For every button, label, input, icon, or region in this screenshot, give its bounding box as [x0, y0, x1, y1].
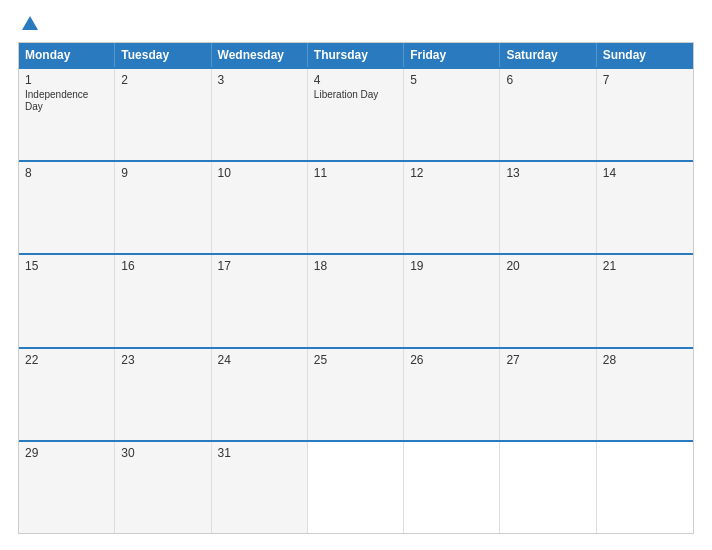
cell-date: 30 — [121, 446, 204, 460]
cell-date: 14 — [603, 166, 687, 180]
cell-date: 13 — [506, 166, 589, 180]
cell-date: 12 — [410, 166, 493, 180]
calendar-header-cell: Wednesday — [212, 43, 308, 67]
calendar-cell: 7 — [597, 69, 693, 160]
calendar-cell: 30 — [115, 442, 211, 533]
logo-triangle-icon — [22, 16, 38, 30]
calendar-cell: 16 — [115, 255, 211, 346]
calendar-cell: 12 — [404, 162, 500, 253]
calendar-cell — [500, 442, 596, 533]
calendar-cell: 31 — [212, 442, 308, 533]
calendar-cell: 29 — [19, 442, 115, 533]
cell-date: 16 — [121, 259, 204, 273]
calendar-cell: 24 — [212, 349, 308, 440]
calendar-header-cell: Tuesday — [115, 43, 211, 67]
cell-date: 21 — [603, 259, 687, 273]
cell-date: 3 — [218, 73, 301, 87]
calendar-cell: 18 — [308, 255, 404, 346]
cell-date: 15 — [25, 259, 108, 273]
calendar-page: MondayTuesdayWednesdayThursdayFridaySatu… — [0, 0, 712, 550]
cell-date: 17 — [218, 259, 301, 273]
calendar-cell: 28 — [597, 349, 693, 440]
cell-date: 27 — [506, 353, 589, 367]
cell-date: 20 — [506, 259, 589, 273]
calendar-header-cell: Friday — [404, 43, 500, 67]
calendar-cell: 22 — [19, 349, 115, 440]
cell-date: 2 — [121, 73, 204, 87]
cell-date: 4 — [314, 73, 397, 87]
calendar-cell: 20 — [500, 255, 596, 346]
cell-date: 6 — [506, 73, 589, 87]
cell-date: 25 — [314, 353, 397, 367]
calendar-cell: 21 — [597, 255, 693, 346]
calendar-cell: 19 — [404, 255, 500, 346]
calendar-cell — [597, 442, 693, 533]
calendar-header-row: MondayTuesdayWednesdayThursdayFridaySatu… — [19, 43, 693, 67]
cell-date: 31 — [218, 446, 301, 460]
logo — [18, 16, 38, 32]
calendar-cell — [404, 442, 500, 533]
calendar-cell: 3 — [212, 69, 308, 160]
calendar-week-row: 293031 — [19, 440, 693, 533]
calendar-cell: 17 — [212, 255, 308, 346]
calendar-cell: 6 — [500, 69, 596, 160]
calendar-week-row: 15161718192021 — [19, 253, 693, 346]
cell-date: 24 — [218, 353, 301, 367]
cell-date: 28 — [603, 353, 687, 367]
calendar-header-cell: Sunday — [597, 43, 693, 67]
calendar-cell: 25 — [308, 349, 404, 440]
calendar-cell: 11 — [308, 162, 404, 253]
cell-date: 29 — [25, 446, 108, 460]
calendar-cell: 14 — [597, 162, 693, 253]
calendar-week-row: 22232425262728 — [19, 347, 693, 440]
calendar-cell: 1Independence Day — [19, 69, 115, 160]
cell-event: Liberation Day — [314, 89, 397, 101]
calendar-cell: 26 — [404, 349, 500, 440]
calendar-cell: 2 — [115, 69, 211, 160]
calendar-cell: 13 — [500, 162, 596, 253]
cell-date: 8 — [25, 166, 108, 180]
cell-date: 11 — [314, 166, 397, 180]
cell-date: 22 — [25, 353, 108, 367]
cell-date: 9 — [121, 166, 204, 180]
calendar-week-row: 891011121314 — [19, 160, 693, 253]
cell-date: 5 — [410, 73, 493, 87]
calendar-cell: 4Liberation Day — [308, 69, 404, 160]
calendar-cell: 5 — [404, 69, 500, 160]
cell-date: 1 — [25, 73, 108, 87]
calendar-cell: 15 — [19, 255, 115, 346]
calendar-cell: 27 — [500, 349, 596, 440]
calendar-cell: 23 — [115, 349, 211, 440]
calendar-cell — [308, 442, 404, 533]
cell-date: 18 — [314, 259, 397, 273]
calendar-header-cell: Thursday — [308, 43, 404, 67]
calendar-header-cell: Monday — [19, 43, 115, 67]
calendar-cell: 9 — [115, 162, 211, 253]
calendar-cell: 8 — [19, 162, 115, 253]
cell-event: Independence Day — [25, 89, 108, 113]
cell-date: 26 — [410, 353, 493, 367]
calendar-grid: MondayTuesdayWednesdayThursdayFridaySatu… — [18, 42, 694, 534]
calendar-body: 1Independence Day234Liberation Day567891… — [19, 67, 693, 533]
calendar-header-cell: Saturday — [500, 43, 596, 67]
calendar-cell: 10 — [212, 162, 308, 253]
cell-date: 23 — [121, 353, 204, 367]
cell-date: 7 — [603, 73, 687, 87]
cell-date: 19 — [410, 259, 493, 273]
calendar-week-row: 1Independence Day234Liberation Day567 — [19, 67, 693, 160]
header — [18, 16, 694, 32]
cell-date: 10 — [218, 166, 301, 180]
